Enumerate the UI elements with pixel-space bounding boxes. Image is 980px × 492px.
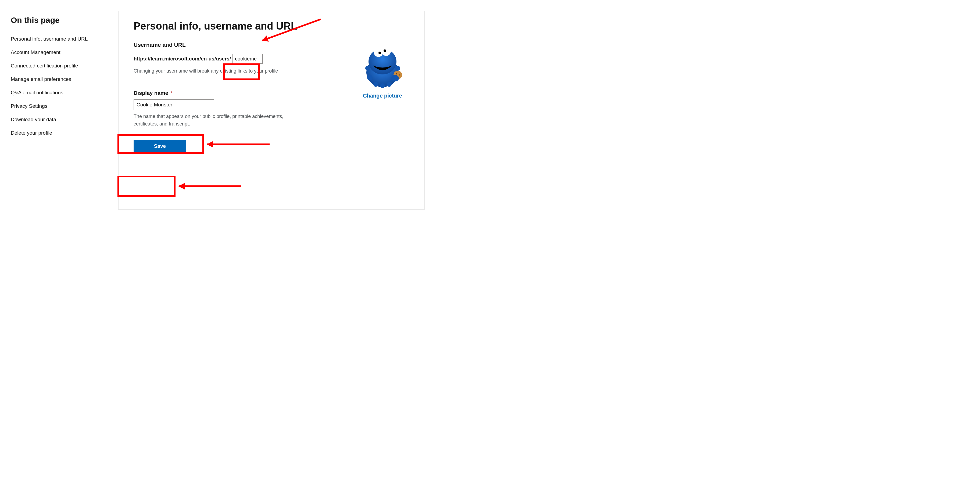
svg-point-12 [383, 49, 386, 52]
svg-point-5 [395, 66, 400, 71]
avatar-image [360, 43, 405, 89]
annotation-box-save [118, 176, 175, 197]
sidebar-item-email-preferences[interactable]: Manage email preferences [11, 73, 108, 86]
display-name-label: Display name * [134, 90, 337, 96]
svg-point-2 [365, 66, 370, 71]
sidebar-item-delete-profile[interactable]: Delete your profile [11, 126, 108, 140]
sidebar-item-personal-info[interactable]: Personal info, username and URL [11, 32, 108, 46]
sidebar-item-account-management[interactable]: Account Management [11, 46, 108, 59]
svg-point-15 [399, 75, 400, 76]
sidebar-item-download-data[interactable]: Download your data [11, 113, 108, 126]
display-name-label-text: Display name [134, 90, 168, 96]
settings-panel: Personal info, username and URL Username… [118, 11, 425, 209]
svg-point-10 [382, 47, 391, 56]
page-title: Personal info, username and URL [134, 21, 409, 32]
on-this-page-nav: On this page Personal info, username and… [11, 11, 108, 140]
svg-point-6 [373, 82, 378, 87]
save-button[interactable]: Save [134, 140, 186, 152]
profile-url-prefix: https://learn.microsoft.com/en-us/users/ [134, 56, 231, 62]
username-heading: Username and URL [134, 42, 337, 48]
svg-point-18 [391, 75, 399, 81]
svg-point-11 [379, 52, 381, 54]
svg-point-3 [367, 75, 372, 80]
required-asterisk: * [170, 90, 173, 96]
display-name-hint: The name that appears on your public pro… [134, 113, 284, 128]
svg-point-7 [387, 82, 391, 87]
change-picture-link[interactable]: Change picture [363, 93, 402, 99]
sidebar-item-privacy-settings[interactable]: Privacy Settings [11, 99, 108, 113]
annotation-arrow-save [179, 186, 241, 187]
svg-point-8 [380, 83, 385, 88]
sidebar-heading: On this page [11, 16, 108, 25]
svg-point-9 [374, 48, 383, 57]
username-hint: Changing your username will break any ex… [134, 67, 284, 75]
sidebar-item-qa-notifications[interactable]: Q&A email notifications [11, 86, 108, 99]
username-input[interactable] [232, 54, 262, 63]
display-name-input[interactable] [134, 99, 214, 110]
sidebar-item-connected-certification[interactable]: Connected certification profile [11, 59, 108, 73]
svg-point-14 [396, 73, 397, 75]
